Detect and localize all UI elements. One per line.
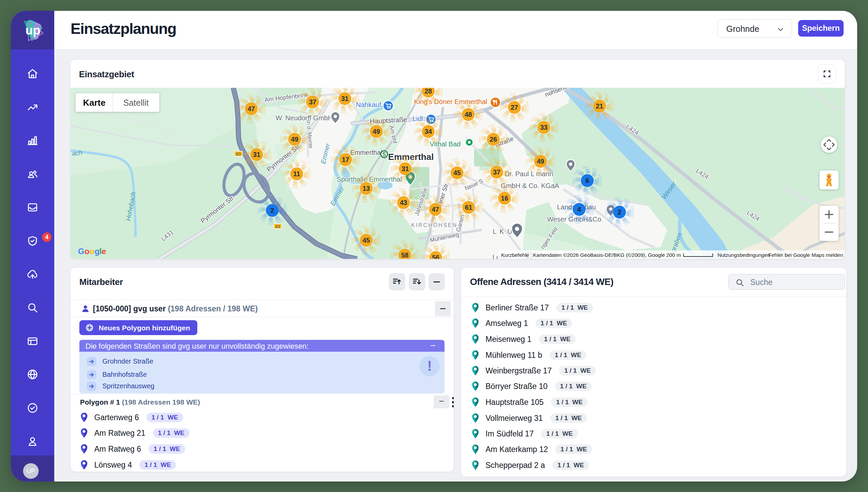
svg-text:49: 49 <box>373 128 380 135</box>
svg-text:G: G <box>78 247 84 256</box>
svg-text:Lidl: Lidl <box>412 115 423 122</box>
svg-text:47: 47 <box>248 105 255 112</box>
svg-text:2: 2 <box>271 207 274 214</box>
svg-text:49: 49 <box>537 158 544 165</box>
svg-text:34: 34 <box>425 128 432 135</box>
svg-text:Weser GmbH&Co.: Weser GmbH&Co. <box>547 216 603 223</box>
svg-text:Nahkauf: Nahkauf <box>356 101 381 108</box>
svg-text:21: 21 <box>596 102 603 110</box>
svg-text:g: g <box>95 247 100 256</box>
svg-text:31: 31 <box>253 151 260 158</box>
svg-text:48: 48 <box>465 111 472 118</box>
svg-text:2: 2 <box>618 208 622 216</box>
svg-text:11: 11 <box>293 170 300 178</box>
svg-text:ach: ach <box>72 149 82 157</box>
svg-text:Fehler bei Google Maps melden: Fehler bei Google Maps melden <box>768 252 843 258</box>
svg-text:W. Neudorff GmbH: W. Neudorff GmbH <box>276 114 333 122</box>
svg-text:Kurzbefehle: Kurzbefehle <box>501 252 529 258</box>
svg-text:o: o <box>90 247 95 256</box>
svg-text:31: 31 <box>341 95 349 102</box>
svg-text:83: 83 <box>275 224 280 229</box>
svg-text:up: up <box>25 23 40 37</box>
svg-text:L K U: L K U <box>493 228 513 235</box>
svg-text:Kartendaten ©2026 GeoBasis-DE/: Kartendaten ©2026 GeoBasis-DE/BKG (©2009… <box>533 252 665 258</box>
svg-text:37: 37 <box>309 98 316 106</box>
svg-text:Satellit: Satellit <box>123 98 149 107</box>
svg-text:49: 49 <box>291 136 298 143</box>
svg-text:31: 31 <box>401 165 409 172</box>
svg-text:Sporthalle Emmerthal: Sporthalle Emmerthal <box>337 176 402 183</box>
svg-text:47: 47 <box>432 206 439 213</box>
svg-text:37: 37 <box>493 168 500 176</box>
svg-text:17: 17 <box>342 156 349 163</box>
svg-text:28: 28 <box>425 88 432 95</box>
svg-text:33: 33 <box>540 124 548 131</box>
svg-text:Karte: Karte <box>83 98 105 108</box>
svg-text:4: 4 <box>577 206 581 213</box>
svg-text:27: 27 <box>511 104 518 111</box>
svg-text:13: 13 <box>362 185 370 192</box>
svg-text:45: 45 <box>362 237 370 244</box>
svg-text:45: 45 <box>453 169 461 177</box>
svg-text:200 m: 200 m <box>666 252 681 258</box>
svg-text:26: 26 <box>490 136 497 143</box>
svg-text:6: 6 <box>586 177 589 184</box>
svg-text:Nutzungsbedingungen: Nutzungsbedingungen <box>717 252 770 258</box>
svg-text:16: 16 <box>501 194 508 202</box>
svg-text:58: 58 <box>401 251 409 259</box>
svg-text:o: o <box>84 247 90 256</box>
svg-text:S: S <box>382 151 386 157</box>
svg-text:56: 56 <box>432 254 439 259</box>
svg-text:e: e <box>102 247 106 256</box>
svg-text:83: 83 <box>236 152 241 157</box>
svg-text:43: 43 <box>400 199 407 206</box>
svg-text:61: 61 <box>465 204 472 211</box>
